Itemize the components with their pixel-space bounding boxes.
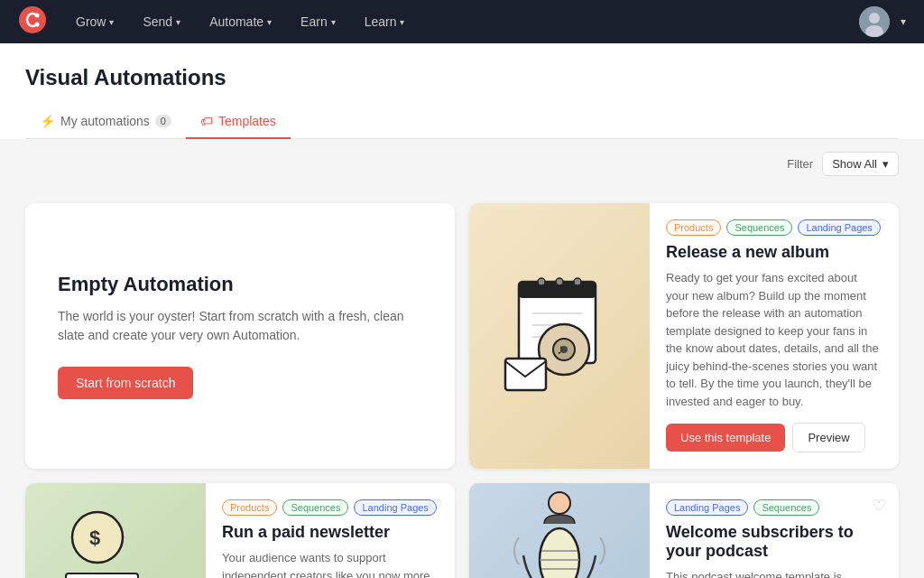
tabs-bar: ⚡ My automations 0 🏷 Templates bbox=[25, 105, 899, 139]
svg-point-34 bbox=[549, 492, 570, 514]
svg-point-1 bbox=[35, 14, 40, 18]
tag-landing-pages: Landing Pages bbox=[798, 219, 880, 236]
tag-products-2: Products bbox=[222, 499, 277, 516]
release-album-description: Ready to get your fans excited about you… bbox=[666, 269, 882, 410]
paid-newsletter-image: $ ♪ NEW bbox=[25, 483, 206, 578]
release-album-title: Release a new album bbox=[666, 243, 882, 262]
svg-point-17 bbox=[556, 278, 563, 285]
release-album-body: ♡ Products Sequences Landing Pages Relea… bbox=[650, 203, 899, 469]
tag-landing-pages-2: Landing Pages bbox=[354, 499, 436, 516]
tag-sequences-3: Sequences bbox=[753, 499, 819, 516]
release-album-tags: Products Sequences Landing Pages bbox=[666, 219, 882, 236]
avatar[interactable] bbox=[859, 6, 890, 37]
paid-newsletter-title: Run a paid newsletter bbox=[222, 523, 439, 542]
tab-templates[interactable]: 🏷 Templates bbox=[186, 105, 291, 139]
template-card-welcome-podcast: ♡ Landing Pages Sequences Welcome subscr… bbox=[469, 483, 899, 578]
page-title: Visual Automations bbox=[25, 65, 899, 90]
svg-text:♪: ♪ bbox=[70, 574, 77, 578]
tag-sequences-2: Sequences bbox=[282, 499, 348, 516]
templates-icon: 🏷 bbox=[200, 114, 213, 128]
release-album-actions: Use this template Preview bbox=[666, 423, 882, 452]
welcome-podcast-body: ♡ Landing Pages Sequences Welcome subscr… bbox=[650, 483, 899, 578]
release-album-image: ♪ bbox=[469, 203, 650, 469]
paid-newsletter-tags: Products Sequences Landing Pages bbox=[222, 499, 439, 516]
nav-item-automate[interactable]: Automate ▾ bbox=[199, 9, 282, 34]
svg-point-0 bbox=[19, 6, 46, 33]
tag-products: Products bbox=[666, 219, 721, 236]
svg-point-30 bbox=[540, 528, 579, 578]
nav-item-earn[interactable]: Earn ▾ bbox=[290, 9, 346, 34]
svg-rect-15 bbox=[505, 359, 546, 390]
welcome-podcast-title: Welcome subscribers to your podcast bbox=[666, 523, 882, 561]
svg-point-4 bbox=[869, 13, 880, 23]
paid-newsletter-body: ♡ Products Sequences Landing Pages Run a… bbox=[206, 483, 455, 578]
welcome-podcast-image bbox=[469, 483, 650, 578]
tab-my-automations[interactable]: ⚡ My automations 0 bbox=[25, 105, 186, 139]
svg-rect-21 bbox=[66, 573, 138, 578]
empty-automation-card: Empty Automation The world is your oyste… bbox=[25, 203, 455, 469]
svg-text:♪: ♪ bbox=[557, 341, 564, 357]
welcome-podcast-description: This podcast welcome template is designe… bbox=[666, 568, 882, 578]
lightning-icon: ⚡ bbox=[40, 114, 55, 128]
nav-item-grow[interactable]: Grow ▾ bbox=[65, 9, 125, 34]
tag-landing-pages-3: Landing Pages bbox=[666, 499, 748, 516]
cards-grid: Empty Automation The world is your oyste… bbox=[0, 189, 924, 578]
send-chevron-icon: ▾ bbox=[176, 17, 180, 27]
filter-row: Filter Show All ▾ bbox=[0, 139, 924, 189]
release-album-preview-button[interactable]: Preview bbox=[792, 423, 864, 452]
paid-newsletter-description: Your audience wants to support independe… bbox=[222, 549, 439, 578]
template-card-paid-newsletter: $ ♪ NEW ♡ Products Sequences bbox=[25, 483, 455, 578]
earn-chevron-icon: ▾ bbox=[331, 17, 336, 27]
main-content: Visual Automations ⚡ My automations 0 🏷 … bbox=[0, 43, 924, 578]
logo[interactable] bbox=[18, 5, 58, 38]
automations-count-badge: 0 bbox=[155, 115, 171, 127]
show-all-dropdown[interactable]: Show All ▾ bbox=[822, 152, 899, 176]
show-all-chevron-icon: ▾ bbox=[882, 157, 889, 171]
navbar: Grow ▾ Send ▾ Automate ▾ Earn ▾ Learn ▾ … bbox=[0, 0, 924, 43]
start-from-scratch-button[interactable]: Start from scratch bbox=[58, 367, 193, 399]
paid-newsletter-heart-icon[interactable]: ♡ bbox=[428, 496, 442, 516]
template-card-release-album: ♪ ♡ Products Sequences Landing Pages bbox=[469, 203, 899, 469]
grow-chevron-icon: ▾ bbox=[109, 17, 114, 27]
welcome-podcast-tags: Landing Pages Sequences bbox=[666, 499, 882, 516]
release-album-heart-icon[interactable]: ♡ bbox=[872, 216, 886, 236]
empty-card-title: Empty Automation bbox=[58, 273, 422, 296]
svg-text:$: $ bbox=[89, 527, 100, 549]
svg-point-2 bbox=[35, 23, 40, 27]
automate-chevron-icon: ▾ bbox=[267, 17, 272, 27]
filter-label: Filter bbox=[787, 157, 813, 171]
svg-point-18 bbox=[574, 278, 581, 285]
nav-item-learn[interactable]: Learn ▾ bbox=[354, 9, 416, 34]
release-album-use-button[interactable]: Use this template bbox=[666, 424, 785, 452]
tag-sequences: Sequences bbox=[726, 219, 792, 236]
welcome-podcast-heart-icon[interactable]: ♡ bbox=[872, 496, 886, 516]
empty-card-description: The world is your oyster! Start from scr… bbox=[58, 307, 422, 345]
learn-chevron-icon: ▾ bbox=[400, 17, 404, 27]
nav-item-send[interactable]: Send ▾ bbox=[132, 9, 191, 34]
avatar-chevron-icon[interactable]: ▾ bbox=[901, 15, 906, 28]
svg-point-16 bbox=[538, 278, 545, 285]
page-header: Visual Automations ⚡ My automations 0 🏷 … bbox=[0, 43, 924, 139]
